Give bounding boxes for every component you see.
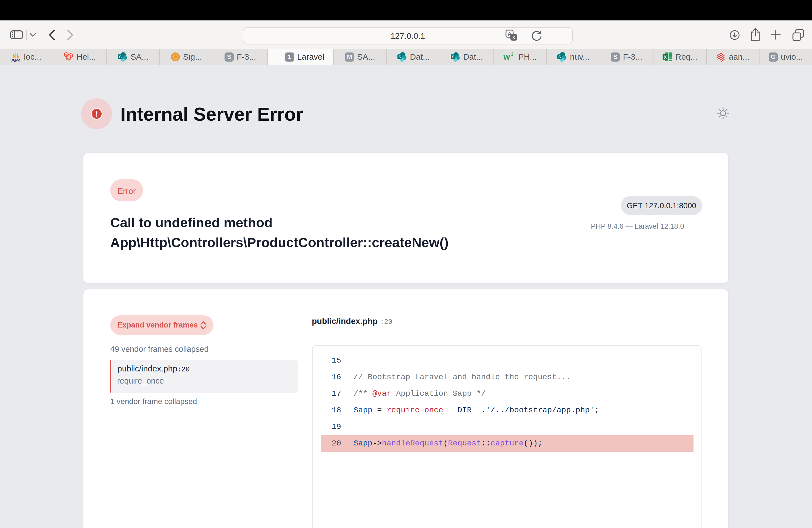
svg-text:w: w (503, 52, 510, 61)
svg-text:x: x (512, 35, 515, 40)
svg-text:S: S (559, 55, 561, 59)
svg-text:3: 3 (511, 52, 513, 57)
svg-text:S: S (398, 55, 401, 59)
svg-text:PMA: PMA (12, 58, 21, 62)
svg-text:S: S (452, 55, 454, 59)
svg-text:X: X (664, 55, 667, 60)
svg-text:S: S (119, 55, 121, 59)
